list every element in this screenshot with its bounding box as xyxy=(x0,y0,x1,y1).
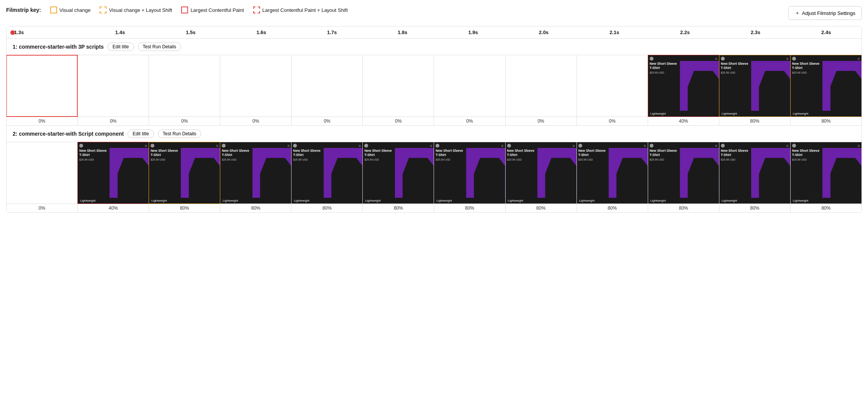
frame-cell-r2-f9[interactable]: ≡New Short Sleeve T-Shirt $25.99 USDLigh… xyxy=(577,142,648,204)
product-card: ≡New Short Sleeve T-Shirt $25.99 USDLigh… xyxy=(719,142,790,204)
frame-cell-r1-f11[interactable]: ≡New Short Sleeve T-Shirt $25.99 USDLigh… xyxy=(719,55,791,117)
frame-cell-r1-f12[interactable]: ≡New Short Sleeve T-Shirt $25.99 USDLigh… xyxy=(791,55,861,117)
legend-label: Filmstrip key: xyxy=(6,7,41,13)
product-card: ≡New Short Sleeve T-Shirt $25.99 USDLigh… xyxy=(648,142,719,204)
product-menu: ≡ xyxy=(644,144,646,148)
product-price: $25.99 USD xyxy=(578,158,607,161)
product-price: $25.99 USD xyxy=(79,158,108,161)
product-icon xyxy=(151,144,154,148)
product-icon xyxy=(293,144,297,148)
timeline-tick-1.3s: 1.3s xyxy=(14,30,85,35)
empty-frame xyxy=(363,55,434,117)
test-run-details-button-1[interactable]: Test Run Details xyxy=(138,43,181,51)
product-title: New Short Sleeve T-Shirt xyxy=(293,149,322,157)
product-icon xyxy=(721,57,725,61)
adjust-filmstrip-button[interactable]: ＋ Adjust Filmstrip Settings xyxy=(788,6,862,20)
product-price: $25.99 USD xyxy=(507,158,536,161)
test-run-details-button-2[interactable]: Test Run Details xyxy=(158,130,201,138)
product-footer: Lightweight xyxy=(648,111,719,117)
frame-cell-r1-f1[interactable] xyxy=(7,55,78,117)
product-image xyxy=(751,148,790,198)
frame-cell-r1-f4[interactable] xyxy=(220,55,292,117)
empty-frame xyxy=(78,55,149,117)
product-image xyxy=(110,148,149,198)
edit-title-button-2[interactable]: Edit title xyxy=(128,130,154,138)
product-image xyxy=(324,148,363,198)
product-icon xyxy=(578,144,582,148)
empty-frame xyxy=(577,55,648,117)
timeline-tick-1.9s: 1.9s xyxy=(438,30,508,35)
pct-cell-r2-f3: 80% xyxy=(149,204,220,212)
frame-cell-r1-f10[interactable]: ≡New Short Sleeve T-Shirt $25.99 USDLigh… xyxy=(648,55,719,117)
frame-cell-r1-f3[interactable] xyxy=(149,55,220,117)
frame-cell-r1-f5[interactable] xyxy=(292,55,363,117)
timeline-tick-2.3s: 2.3s xyxy=(720,30,791,35)
pct-cell-r1-f11: 80% xyxy=(719,117,791,125)
product-image xyxy=(181,148,220,198)
product-menu: ≡ xyxy=(715,57,717,61)
frame-cell-r2-f4[interactable]: ≡New Short Sleeve T-Shirt $25.99 USDLigh… xyxy=(220,142,292,204)
product-price: $25.99 USD xyxy=(650,71,678,74)
frame-cell-r2-f1[interactable] xyxy=(7,142,78,204)
product-title: New Short Sleeve T-Shirt xyxy=(436,149,464,157)
product-footer: Lightweight xyxy=(78,198,149,204)
product-card: ≡New Short Sleeve T-Shirt $25.99 USDLigh… xyxy=(506,142,576,204)
product-title: New Short Sleeve T-Shirt xyxy=(650,149,678,157)
pct-cell-r2-f6: 80% xyxy=(363,204,434,212)
product-card: ≡New Short Sleeve T-Shirt $25.99 USDLigh… xyxy=(791,142,861,204)
product-menu: ≡ xyxy=(715,144,717,148)
product-title: New Short Sleeve T-Shirt xyxy=(79,149,108,157)
product-icon xyxy=(650,57,653,61)
product-image xyxy=(680,61,719,111)
timeline-tick-2.4s: 2.4s xyxy=(791,30,861,35)
product-menu: ≡ xyxy=(287,144,290,148)
product-card: ≡New Short Sleeve T-Shirt $25.99 USDLigh… xyxy=(719,55,790,117)
frame-cell-r1-f6[interactable] xyxy=(363,55,434,117)
key-lcp: Largest Contentful Paint xyxy=(181,7,244,13)
empty-frame xyxy=(506,55,576,117)
pct-cell-r2-f7: 80% xyxy=(434,204,505,212)
product-image xyxy=(822,148,861,198)
empty-frame xyxy=(220,55,291,117)
frame-cell-r2-f7[interactable]: ≡New Short Sleeve T-Shirt $25.99 USDLigh… xyxy=(434,142,505,204)
frame-cell-r2-f2[interactable]: ≡New Short Sleeve T-Shirt $25.99 USDLigh… xyxy=(78,142,149,204)
edit-title-button-1[interactable]: Edit title xyxy=(108,43,134,51)
product-title: New Short Sleeve T-Shirt xyxy=(507,149,536,157)
product-image xyxy=(395,148,434,198)
product-card: ≡New Short Sleeve T-Shirt $25.99 USDLigh… xyxy=(791,55,861,117)
product-icon xyxy=(364,144,368,148)
pct-cell-r1-f7: 0% xyxy=(434,117,505,125)
filmstrip-container: 1.3s1.4s1.5s1.6s1.7s1.8s1.9s2.0s2.1s2.2s… xyxy=(6,26,862,213)
pct-cell-r1-f12: 80% xyxy=(791,117,861,125)
product-price: $25.99 USD xyxy=(792,71,821,74)
run-title-2: 2: commerce-starter-with Script componen… xyxy=(13,131,124,137)
key-visual-change-layout-label: Visual change + Layout Shift xyxy=(109,7,172,13)
frame-cell-r2-f12[interactable]: ≡New Short Sleeve T-Shirt $25.99 USDLigh… xyxy=(791,142,861,204)
frame-cell-r2-f5[interactable]: ≡New Short Sleeve T-Shirt $25.99 USDLigh… xyxy=(292,142,363,204)
frames-row-2: ≡New Short Sleeve T-Shirt $25.99 USDLigh… xyxy=(7,142,861,204)
frame-cell-r2-f3[interactable]: ≡New Short Sleeve T-Shirt $25.99 USDLigh… xyxy=(149,142,220,204)
frame-cell-r1-f9[interactable] xyxy=(577,55,648,117)
product-card: ≡New Short Sleeve T-Shirt $25.99 USDLigh… xyxy=(78,142,149,204)
adjust-filmstrip-label: Adjust Filmstrip Settings xyxy=(802,10,855,16)
frame-cell-r2-f6[interactable]: ≡New Short Sleeve T-Shirt $25.99 USDLigh… xyxy=(363,142,434,204)
product-title: New Short Sleeve T-Shirt xyxy=(792,149,821,157)
pct-cell-r1-f10: 40% xyxy=(648,117,719,125)
product-icon xyxy=(507,144,511,148)
product-price: $25.99 USD xyxy=(792,158,821,161)
plus-icon: ＋ xyxy=(795,10,800,16)
product-icon xyxy=(650,144,653,148)
timeline-tick-1.4s: 1.4s xyxy=(85,30,155,35)
product-footer: Lightweight xyxy=(363,198,434,204)
frame-cell-r2-f8[interactable]: ≡New Short Sleeve T-Shirt $25.99 USDLigh… xyxy=(506,142,577,204)
frame-cell-r1-f2[interactable] xyxy=(78,55,149,117)
product-footer: Lightweight xyxy=(220,198,291,204)
top-bar: Filmstrip key: Visual change Visual chan… xyxy=(6,6,862,20)
timeline-tick-1.6s: 1.6s xyxy=(226,30,296,35)
percentage-row-1: 0%0%0%0%0%0%0%0%0%40%80%80% xyxy=(7,117,861,125)
frame-cell-r2-f10[interactable]: ≡New Short Sleeve T-Shirt $25.99 USDLigh… xyxy=(648,142,719,204)
frame-cell-r2-f11[interactable]: ≡New Short Sleeve T-Shirt $25.99 USDLigh… xyxy=(719,142,791,204)
product-footer: Lightweight xyxy=(719,111,790,117)
frame-cell-r1-f8[interactable] xyxy=(506,55,577,117)
frame-cell-r1-f7[interactable] xyxy=(434,55,505,117)
